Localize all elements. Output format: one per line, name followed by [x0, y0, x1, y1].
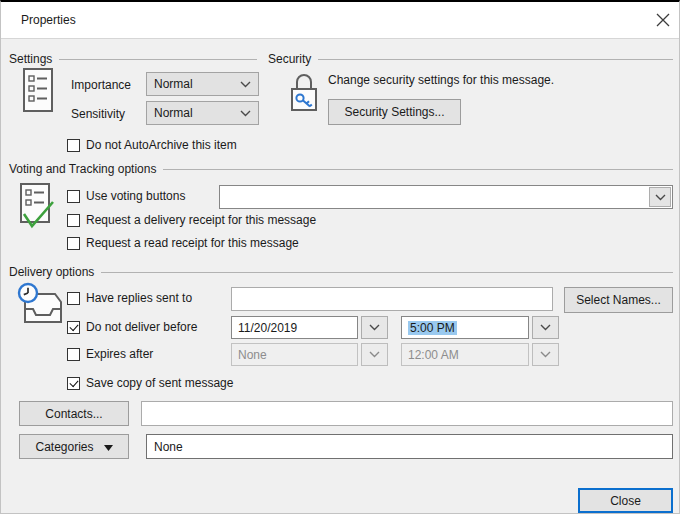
lock-key-icon: [288, 70, 320, 117]
importance-dropdown[interactable]: Normal: [146, 72, 259, 96]
use-voting-checkbox-row[interactable]: Use voting buttons: [67, 189, 185, 203]
have-replies-checkbox[interactable]: [67, 292, 80, 305]
expires-time-field: 12:00 AM: [401, 343, 529, 366]
contacts-button[interactable]: Contacts...: [19, 401, 129, 426]
dropdown-arrow-icon: [104, 440, 113, 454]
voting-section-header: Voting and Tracking options: [9, 161, 673, 176]
chevron-down-icon: [369, 351, 380, 358]
deliver-date-picker[interactable]: 11/20/2019: [231, 316, 388, 339]
have-replies-label: Have replies sent to: [86, 291, 192, 305]
contacts-input[interactable]: [141, 401, 673, 426]
settings-header-label: Settings: [9, 52, 52, 66]
categories-button-label: Categories: [35, 440, 93, 454]
sensitivity-label: Sensitivity: [71, 107, 125, 121]
delivery-receipt-label: Request a delivery receipt for this mess…: [86, 213, 316, 227]
chevron-down-icon: [369, 324, 380, 331]
inbox-clock-icon: [15, 282, 65, 335]
deliver-time-dropdown-button[interactable]: [532, 316, 559, 339]
have-replies-checkbox-row[interactable]: Have replies sent to: [67, 291, 192, 305]
security-description: Change security settings for this messag…: [328, 73, 554, 87]
close-icon: [656, 13, 670, 30]
deliver-time-field[interactable]: 5:00 PM: [401, 316, 529, 339]
deliver-time-value-selected: 5:00 PM: [408, 321, 457, 335]
read-receipt-label: Request a read receipt for this message: [86, 236, 299, 250]
close-button-label: Close: [610, 494, 641, 508]
delivery-header-label: Delivery options: [9, 265, 94, 279]
importance-label: Importance: [71, 78, 131, 92]
do-not-deliver-checkbox[interactable]: [67, 321, 80, 334]
close-button[interactable]: [649, 8, 677, 34]
chevron-down-icon: [240, 81, 251, 88]
expires-time-value: 12:00 AM: [408, 348, 459, 362]
save-copy-checkbox[interactable]: [67, 377, 80, 390]
select-names-button-label: Select Names...: [576, 293, 661, 307]
chevron-down-icon: [240, 110, 251, 117]
security-settings-button-label: Security Settings...: [344, 105, 444, 119]
title-bar: Properties: [1, 2, 679, 39]
do-not-deliver-checkbox-row[interactable]: Do not deliver before: [67, 320, 197, 334]
security-settings-button[interactable]: Security Settings...: [328, 99, 461, 125]
expires-label: Expires after: [86, 347, 153, 361]
categories-value: None: [154, 440, 183, 454]
voting-buttons-value: [220, 186, 648, 208]
properties-dialog: Properties Settings Security Importance …: [0, 0, 680, 514]
select-names-button[interactable]: Select Names...: [564, 287, 673, 313]
read-receipt-checkbox-row[interactable]: Request a read receipt for this message: [67, 236, 299, 250]
ballot-green-check-icon: [17, 183, 61, 234]
expires-checkbox-row[interactable]: Expires after: [67, 347, 153, 361]
deliver-date-value: 11/20/2019: [238, 321, 297, 335]
read-receipt-checkbox[interactable]: [67, 237, 80, 250]
autoarchive-checkbox[interactable]: [67, 139, 80, 152]
delivery-section-header: Delivery options: [9, 264, 673, 279]
save-copy-checkbox-row[interactable]: Save copy of sent message: [67, 376, 233, 390]
deliver-time-picker[interactable]: 5:00 PM: [401, 316, 559, 339]
importance-value: Normal: [154, 77, 193, 91]
expires-date-field: None: [231, 343, 358, 366]
chevron-down-icon: [655, 194, 666, 201]
dialog-title: Properties: [21, 13, 76, 27]
sensitivity-value: Normal: [154, 106, 193, 120]
voting-buttons-combobox[interactable]: [219, 185, 673, 209]
use-voting-checkbox[interactable]: [67, 190, 80, 203]
security-header-rule: [318, 59, 673, 60]
chevron-down-icon: [540, 351, 551, 358]
expires-date-value: None: [238, 348, 267, 362]
delivery-receipt-checkbox[interactable]: [67, 214, 80, 227]
voting-header-label: Voting and Tracking options: [9, 162, 156, 176]
contacts-button-label: Contacts...: [45, 407, 102, 421]
expires-date-picker: None: [231, 343, 388, 366]
delivery-header-rule: [101, 272, 673, 273]
do-not-deliver-label: Do not deliver before: [86, 320, 197, 334]
close-dialog-button[interactable]: Close: [578, 488, 673, 513]
voting-header-rule: [163, 169, 673, 170]
categories-button[interactable]: Categories: [19, 434, 129, 459]
expires-checkbox[interactable]: [67, 348, 80, 361]
checklist-icon: [23, 68, 53, 115]
autoarchive-label: Do not AutoArchive this item: [86, 138, 237, 152]
expires-time-picker: 12:00 AM: [401, 343, 559, 366]
replies-to-input[interactable]: [231, 287, 553, 311]
autoarchive-checkbox-row[interactable]: Do not AutoArchive this item: [67, 138, 237, 152]
voting-dropdown-button[interactable]: [649, 187, 671, 207]
security-header-label: Security: [268, 52, 311, 66]
sensitivity-dropdown[interactable]: Normal: [146, 101, 259, 125]
deliver-date-dropdown-button[interactable]: [361, 316, 388, 339]
save-copy-label: Save copy of sent message: [86, 376, 233, 390]
delivery-receipt-checkbox-row[interactable]: Request a delivery receipt for this mess…: [67, 213, 316, 227]
categories-input[interactable]: None: [146, 434, 673, 459]
chevron-down-icon: [540, 324, 551, 331]
security-section-header: Security: [268, 51, 673, 66]
expires-time-dropdown-button: [532, 343, 559, 366]
expires-date-dropdown-button: [361, 343, 388, 366]
settings-header-rule: [59, 59, 257, 60]
settings-section-header: Settings: [9, 51, 257, 66]
deliver-date-field[interactable]: 11/20/2019: [231, 316, 358, 339]
use-voting-label: Use voting buttons: [86, 189, 185, 203]
